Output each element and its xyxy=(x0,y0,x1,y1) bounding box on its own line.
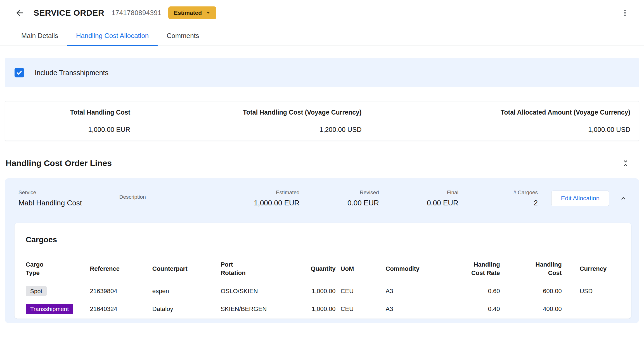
counterpart-cell: espen xyxy=(150,282,218,300)
field-description: Description xyxy=(119,194,214,203)
cargoes-header-row: Cargo Type Reference Counterpart Port Ro… xyxy=(23,258,623,282)
col-port-rotation: Port Rotation xyxy=(218,258,300,282)
col-uom: UoM xyxy=(338,258,383,282)
status-dropdown[interactable]: Estimated xyxy=(168,6,216,19)
col-currency: Currency xyxy=(564,258,623,282)
back-button[interactable] xyxy=(13,7,26,19)
estimated-label: Estimated xyxy=(214,189,300,196)
commodity-cell: A3 xyxy=(383,300,441,318)
counterpart-cell: Dataloy xyxy=(150,300,218,318)
cargoes-table: Cargo Type Reference Counterpart Port Ro… xyxy=(23,258,623,318)
tab-bar: Main Details Handling Cost Allocation Co… xyxy=(0,26,644,46)
uom-cell: CEU xyxy=(338,300,383,318)
port-rotation-cell: OSLO/SKIEN xyxy=(218,282,300,300)
col-reference: Reference xyxy=(87,258,150,282)
estimated-value: 1,000.00 EUR xyxy=(214,199,300,207)
col-handling-cost: Handling Cost xyxy=(502,258,564,282)
include-transshipments-bar: Include Transshipments xyxy=(5,58,639,87)
field-num-cargoes: # Cargoes 2 xyxy=(458,189,538,207)
revised-label: Revised xyxy=(300,189,379,196)
field-service: Service Mabl Handling Cost xyxy=(18,189,119,207)
handling-cost-cell: 400.00 xyxy=(502,300,564,318)
order-lines-section-header: Handling Cost Order Lines xyxy=(5,157,639,169)
order-line-fields: Service Mabl Handling Cost Description E… xyxy=(15,189,631,207)
collapse-line-button[interactable] xyxy=(617,192,629,205)
summary-header-row: Total Handling Cost Total Handling Cost … xyxy=(5,101,639,121)
total-handling-cost-header: Total Handling Cost xyxy=(5,109,130,116)
tab-handling-cost-allocation[interactable]: Handling Cost Allocation xyxy=(67,26,158,46)
order-number: 1741780894391 xyxy=(112,9,162,17)
revised-value: 0.00 EUR xyxy=(300,199,379,207)
handling-cost-summary-card: Total Handling Cost Total Handling Cost … xyxy=(5,101,639,141)
overflow-menu-button[interactable] xyxy=(619,7,631,19)
order-line-actions: Edit Allocation xyxy=(538,191,629,206)
col-cargo-type-label: Cargo Type xyxy=(26,260,51,277)
commodity-cell: A3 xyxy=(383,282,441,300)
service-value: Mabl Handling Cost xyxy=(18,199,119,207)
status-label: Estimated xyxy=(174,10,202,16)
handling-cost-cell: 600.00 xyxy=(502,282,564,300)
include-transshipments-label: Include Transshipments xyxy=(35,69,108,77)
edit-allocation-button[interactable]: Edit Allocation xyxy=(551,191,609,206)
cargo-type-badge: Transshipment xyxy=(26,304,73,314)
cargoes-card: Cargoes Cargo Type Reference Counterpart… xyxy=(15,223,631,319)
order-lines-section-title: Handling Cost Order Lines xyxy=(6,158,112,168)
total-handling-cost-voyage-value: 1,200.00 USD xyxy=(130,126,361,134)
field-revised: Revised 0.00 EUR xyxy=(300,189,379,207)
summary-values-row: 1,000.00 EUR 1,200.00 USD 1,000.00 USD xyxy=(5,121,639,141)
cargo-type-badge: Spot xyxy=(26,286,47,296)
final-label: Final xyxy=(379,189,458,196)
quantity-cell: 1,000.00 xyxy=(300,300,338,318)
total-handling-cost-value: 1,000.00 EUR xyxy=(5,126,130,134)
include-transshipments-checkbox[interactable] xyxy=(15,68,24,77)
handling-cost-rate-cell: 0.40 xyxy=(441,300,502,318)
col-handling-cost-rate: Handling Cost Rate xyxy=(441,258,502,282)
order-line-card: Service Mabl Handling Cost Description E… xyxy=(5,178,639,323)
service-label: Service xyxy=(18,189,119,196)
tab-main-details[interactable]: Main Details xyxy=(12,26,67,46)
num-cargoes-value: 2 xyxy=(458,199,538,207)
col-handling-cost-rate-label: Handling Cost Rate xyxy=(467,260,500,277)
page-header: SERVICE ORDER 1741780894391 Estimated xyxy=(0,0,644,26)
reference-cell: 21640324 xyxy=(87,300,150,318)
final-value: 0.00 EUR xyxy=(379,199,458,207)
col-port-rotation-label: Port Rotation xyxy=(221,260,252,277)
arrow-left-icon xyxy=(15,8,24,18)
total-allocated-amount-header: Total Allocated Amount (Voyage Currency) xyxy=(362,109,630,116)
uom-cell: CEU xyxy=(338,282,383,300)
chevron-up-icon xyxy=(619,194,628,203)
col-counterpart: Counterpart xyxy=(150,258,218,282)
col-cargo-type: Cargo Type xyxy=(23,258,87,282)
tab-comments[interactable]: Comments xyxy=(158,26,208,46)
kebab-menu-icon xyxy=(621,9,629,17)
caret-down-icon xyxy=(205,10,211,16)
total-allocated-amount-value: 1,000.00 USD xyxy=(362,126,630,134)
cargo-type-cell: Spot xyxy=(23,282,87,300)
cargoes-title: Cargoes xyxy=(26,235,623,244)
field-final: Final 0.00 EUR xyxy=(379,189,458,207)
port-rotation-cell: SKIEN/BERGEN xyxy=(218,300,300,318)
num-cargoes-label: # Cargoes xyxy=(458,189,538,196)
col-quantity: Quantity xyxy=(300,258,338,282)
handling-cost-rate-cell: 0.60 xyxy=(441,282,502,300)
description-label: Description xyxy=(119,194,214,200)
field-estimated: Estimated 1,000.00 EUR xyxy=(214,189,300,207)
cargo-type-cell: Transshipment xyxy=(23,300,87,318)
reference-cell: 21639804 xyxy=(87,282,150,300)
currency-cell: USD xyxy=(564,282,623,300)
unfold-less-icon xyxy=(621,159,630,167)
col-handling-cost-label: Handling Cost xyxy=(531,260,562,277)
col-commodity: Commodity xyxy=(383,258,441,282)
collapse-all-button[interactable] xyxy=(619,157,632,169)
cargo-row-spot[interactable]: Spot 21639804 espen OSLO/SKIEN 1,000.00 … xyxy=(23,282,623,300)
check-icon xyxy=(16,69,23,76)
quantity-cell: 1,000.00 xyxy=(300,282,338,300)
currency-cell xyxy=(564,300,623,318)
cargo-row-transshipment[interactable]: Transshipment 21640324 Dataloy SKIEN/BER… xyxy=(23,300,623,318)
total-handling-cost-voyage-header: Total Handling Cost (Voyage Currency) xyxy=(130,109,361,116)
page-title: SERVICE ORDER xyxy=(34,8,104,18)
